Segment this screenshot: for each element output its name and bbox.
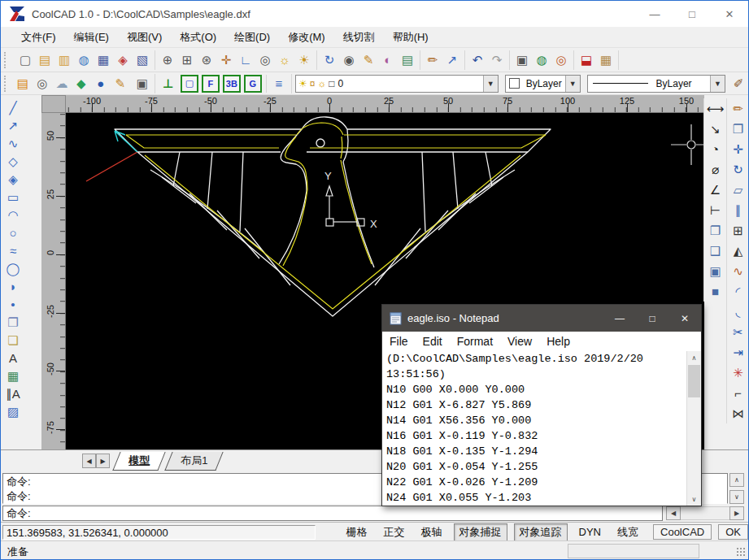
open-drawing[interactable]: ▥ (54, 50, 74, 70)
sketch[interactable]: ✎ (359, 50, 378, 70)
ellipse[interactable]: ◯ (3, 259, 23, 277)
ellipse-arc[interactable]: ◗ (3, 277, 23, 295)
minimize-button[interactable]: — (636, 1, 673, 27)
paste-block[interactable]: ❑ (706, 241, 725, 261)
break[interactable]: ⌐ (729, 383, 748, 403)
spline[interactable]: ≈ (3, 241, 23, 259)
toolbar-grip[interactable] (4, 52, 9, 68)
polyline[interactable]: ∿ (3, 134, 23, 152)
menu-item-0[interactable]: 文件(F) (12, 28, 65, 47)
zoom-previous[interactable]: ◎ (255, 50, 275, 70)
tab-scroll-right[interactable]: ▶ (96, 454, 110, 468)
match-properties-brush[interactable]: ✏ (423, 50, 442, 70)
menu-item-4[interactable]: 绘图(D) (225, 28, 279, 47)
table[interactable]: ▦ (3, 367, 23, 384)
color-combo[interactable]: ByLayer ▼ (505, 75, 581, 93)
preview[interactable]: ◉ (339, 50, 359, 70)
zoom-extents[interactable]: ⊛ (197, 50, 216, 70)
wirecut-3b-button[interactable]: 3B (223, 75, 241, 93)
regen[interactable]: ↻ (320, 50, 339, 70)
notepad-menu-view[interactable]: View (500, 333, 539, 349)
wirecut-plumb-button[interactable]: ⊥ (159, 75, 177, 93)
coolcad-status-button[interactable]: CoolCAD (653, 524, 712, 540)
web-open[interactable]: ◎ (551, 50, 571, 70)
close-button[interactable]: ✕ (711, 1, 748, 27)
construction-line[interactable]: ↗ (3, 116, 23, 134)
properties-brush[interactable]: ✐ (729, 74, 748, 93)
wirecut-f-button[interactable]: F (202, 75, 220, 93)
toggle-对象追踪[interactable]: 对象追踪 (514, 523, 568, 541)
erase[interactable]: ✏ (729, 98, 748, 119)
scroll-left-button[interactable]: ◀ (666, 506, 681, 520)
rotate[interactable]: ↻ (729, 159, 748, 180)
rectangle[interactable]: ▭ (3, 188, 23, 206)
new-file[interactable]: ▢ (15, 50, 35, 70)
sheet-tab-布局1[interactable]: 布局1 (164, 452, 224, 471)
edit-pencil[interactable]: ✎ (111, 74, 130, 93)
scroll-track[interactable] (681, 506, 729, 520)
wirecut-g-button[interactable]: G (244, 75, 262, 93)
ucs-axis[interactable]: ∟ (236, 50, 255, 70)
save[interactable]: ▦ (94, 50, 113, 70)
ok-status-button[interactable]: OK (718, 524, 748, 540)
layers[interactable]: ≡ (269, 74, 289, 93)
open-web[interactable]: ◍ (74, 50, 94, 70)
move[interactable]: ✛ (729, 139, 748, 159)
tab-scroll-left[interactable]: ◀ (82, 454, 96, 468)
properties-brush-button[interactable]: ✐ (729, 74, 748, 93)
redo[interactable]: ↷ (487, 50, 507, 70)
notepad-menu-help[interactable]: Help (539, 333, 577, 349)
explode[interactable]: ✳ (729, 362, 748, 383)
extend[interactable]: ⇥ (729, 342, 748, 362)
point[interactable]: • (3, 295, 23, 313)
export-view[interactable]: ↗ (442, 50, 462, 70)
notepad-menu-file[interactable]: File (382, 333, 416, 349)
chamfer[interactable]: ◟ (729, 302, 748, 322)
zoom-realtime[interactable]: ⊕ (158, 50, 177, 70)
scroll-down-button[interactable]: ∨ (729, 490, 744, 504)
notepad-menu-edit[interactable]: Edit (416, 333, 450, 349)
command-input[interactable]: 命令: (2, 506, 663, 521)
toggle-正交[interactable]: 正交 (379, 524, 410, 540)
pan[interactable]: ✛ (216, 50, 236, 70)
print[interactable]: ▣ (512, 50, 532, 70)
block-solid[interactable]: ■ (706, 281, 725, 302)
block-insert[interactable]: ▣ (706, 261, 725, 281)
toggle-对象捕捉[interactable]: 对象捕捉 (454, 523, 507, 541)
notepad-scroll-down[interactable]: ∨ (687, 493, 701, 506)
wirecut-program-list[interactable]: ▤ (13, 74, 33, 93)
pdf-export[interactable]: ⬓ (577, 50, 596, 70)
make-block[interactable]: ❏ (3, 331, 23, 349)
light-on[interactable]: ☼ (275, 50, 294, 70)
line[interactable]: ╱ (3, 98, 23, 116)
notepad-text-area[interactable]: (D:\CoolCAD\Samples\eagle.iso 2019/2/201… (382, 351, 687, 506)
layer-combo-dropdown[interactable]: ▼ (483, 76, 498, 92)
mtext[interactable]: ∥A (3, 384, 23, 402)
copy[interactable]: ❐ (729, 119, 748, 139)
undo[interactable]: ↶ (468, 50, 487, 70)
toolbar-grip-2[interactable] (4, 76, 9, 92)
toggle-栅格[interactable]: 栅格 (342, 524, 372, 540)
render-palette[interactable]: ◐ (378, 50, 398, 70)
resize-grip[interactable] (736, 547, 747, 558)
notepad-minimize-button[interactable]: — (603, 305, 636, 332)
gem-region[interactable]: ◆ (72, 74, 91, 93)
tag-stamp[interactable]: ◎ (33, 74, 52, 93)
polygon-inscribed[interactable]: ◈ (3, 170, 23, 188)
menu-item-3[interactable]: 格式(O) (171, 28, 225, 47)
menu-item-5[interactable]: 修改(M) (279, 28, 334, 47)
polygon[interactable]: ◇ (3, 152, 23, 170)
notepad-scroll-up[interactable]: ∧ (687, 351, 701, 364)
toggle-DYN[interactable]: DYN (574, 525, 606, 539)
menu-item-6[interactable]: 线切割 (334, 28, 384, 47)
image-export[interactable]: ▦ (596, 50, 616, 70)
zoom-select[interactable]: ▣ (133, 74, 152, 93)
open-file[interactable]: ▤ (35, 50, 54, 70)
mirror[interactable]: ◭ (729, 241, 748, 261)
insert-block[interactable]: ❐ (3, 313, 23, 331)
edit-hatch[interactable]: ∿ (729, 261, 748, 281)
scroll-up-button[interactable]: ∧ (729, 473, 744, 487)
scroll-right-button[interactable]: ▶ (729, 506, 744, 520)
join[interactable]: ⋈ (729, 403, 748, 423)
sphere-view[interactable]: ● (91, 74, 111, 93)
